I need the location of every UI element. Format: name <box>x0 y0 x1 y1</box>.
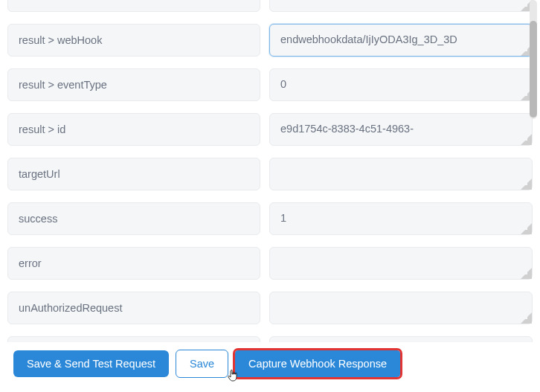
form-row: result > eventType <box>7 68 533 101</box>
save-send-test-button[interactable]: Save & Send Test Request <box>13 350 169 377</box>
form-container: result > isActiveresult > webHookresult … <box>0 0 540 342</box>
form-row: targetUrl <box>7 158 533 190</box>
field-label: result > id <box>7 113 260 146</box>
field-value-input[interactable] <box>269 247 533 280</box>
field-label: result > isActive <box>7 0 260 12</box>
field-label: result > eventType <box>7 68 260 101</box>
field-value-input[interactable] <box>269 113 533 146</box>
field-value-input[interactable] <box>269 24 533 57</box>
field-value-input[interactable] <box>269 68 533 101</box>
form-row: result > isActive <box>7 0 533 12</box>
field-value-input[interactable] <box>269 0 533 12</box>
field-value-input[interactable] <box>269 292 533 324</box>
field-value-input[interactable] <box>269 202 533 235</box>
capture-webhook-response-button[interactable]: Capture Webhook Response <box>235 350 400 377</box>
field-value-input[interactable] <box>269 158 533 190</box>
form-row: success <box>7 202 533 235</box>
field-label: error <box>7 247 260 280</box>
field-label: targetUrl <box>7 158 260 190</box>
save-button[interactable]: Save <box>176 350 228 378</box>
form-row: unAuthorizedRequest <box>7 292 533 324</box>
form-row: __abp <box>7 336 533 342</box>
field-value-input[interactable] <box>269 336 533 342</box>
field-label: result > webHook <box>7 24 260 57</box>
form-row: result > id <box>7 113 533 146</box>
scrollbar-thumb[interactable] <box>530 21 537 118</box>
field-label: success <box>7 202 260 235</box>
field-label: unAuthorizedRequest <box>7 292 260 324</box>
field-label: __abp <box>7 336 260 342</box>
form-row: result > webHook <box>7 24 533 57</box>
button-bar: Save & Send Test Request Save Capture We… <box>0 342 540 385</box>
form-row: error <box>7 247 533 280</box>
